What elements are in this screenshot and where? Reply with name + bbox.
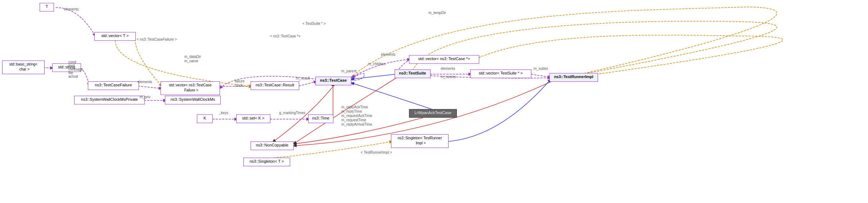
label-g-markingTimes: g_markingTimes — [279, 111, 306, 115]
node-ns3-TestRunnerImpl: ns3::TestRunnerImpl — [549, 73, 598, 82]
label-elements-4: elements — [441, 67, 455, 71]
label-keys: _keys — [219, 111, 228, 115]
node-std-vector-T: std::vector< T > — [94, 32, 136, 41]
node-LrWpanAckTestCase: LrWpanAckTestCase — [409, 109, 457, 118]
node-std-vector-TestSuite: std::vector< TestSuite * > — [470, 69, 531, 78]
label-m-dataDir: m_dataDir — [184, 55, 201, 59]
svg-line-0 — [43, 68, 53, 68]
svg-line-4 — [299, 81, 317, 86]
label-elements-3: elements — [381, 53, 396, 57]
label-actual: actual — [68, 75, 78, 78]
node-ns3-Singleton-TestRunnerImpl: ns3::Singleton< TestRunner Impl > — [391, 134, 449, 148]
node-ns3-TestSuite: ns3::TestSuite — [395, 69, 431, 78]
label-m-tempDir: m_tempDir — [428, 11, 446, 15]
label-m-name: m_name — [184, 59, 198, 63]
label-failure: failure — [235, 79, 244, 83]
label-m-runner: m_runner — [441, 75, 456, 79]
node-ns3-SystemWallClockMs: ns3::SystemWallClockMs — [165, 96, 221, 104]
label-m-replyTime: m_replyTime — [341, 109, 362, 113]
label-TestSuite: < TestSuite * > — [302, 22, 326, 26]
label-m-priv: m_priv — [140, 95, 150, 99]
label-m-suites: m_suites — [534, 67, 548, 71]
label-m-children: m_children — [368, 62, 386, 66]
node-K: K — [197, 114, 213, 123]
node-std-vector-ns3-TestCase: std::vector< ns3::TestCase *> — [409, 55, 479, 64]
node-std-vector-ns3-TestCaseFailure: std::vector< ns3::TestCase Failure > — [161, 81, 220, 95]
node-ns3-Singleton-T: ns3::Singleton< T > — [243, 158, 290, 166]
svg-line-1 — [138, 86, 162, 89]
label-m-replyArrivalTime: m_replyArrivalTime — [341, 122, 372, 126]
svg-line-8 — [531, 74, 551, 77]
label-m-requestTime: m_requestTime — [341, 118, 366, 122]
label-elements-1: elements — [64, 7, 79, 11]
label-m-parent: m_parent — [341, 69, 356, 73]
label-m-replyAckTime: m_replyAckTime — [341, 105, 368, 109]
node-ns3-Time: ns3::Time — [308, 114, 333, 123]
label-m-requestAckTime: m_requestAckTime — [341, 114, 372, 118]
label-TestRunnerImpl: < TestRunnerImpl > — [361, 150, 392, 154]
label-clock: clock — [235, 84, 243, 87]
label-elements-2: elements — [138, 80, 152, 84]
diagram: T std::vector< T > std::basic_string< ch… — [0, 0, 868, 203]
node-ns3-TestCase-Result: ns3::TestCase::Result — [251, 81, 299, 90]
node-ns3-SystemWallClockMsPrivate: ns3::SystemWallClockMsPrivate — [74, 96, 145, 104]
node-std-set-K: std::set< K > — [236, 114, 270, 123]
node-ns3-TestCaseFailure: ns3::TestCaseFailure — [88, 81, 139, 90]
node-ns3-TestCase: ns3::TestCase — [315, 77, 351, 85]
node-T: T — [40, 3, 54, 12]
label-ns3-TestCase-ptr: < ns3::TestCase *> — [270, 34, 301, 38]
node-std-basic-string: std::basic_string< char > — [2, 60, 45, 74]
label-m-result: m_result — [296, 76, 310, 80]
label-ns3-TestCaseFailure: < ns3::TestCaseFailure > — [137, 37, 177, 41]
node-ns3-NonCopyable: ns3::NonCopyable — [251, 141, 294, 150]
